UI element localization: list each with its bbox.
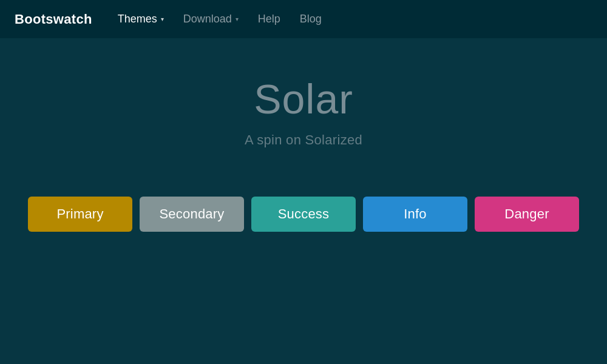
nav-item-themes[interactable]: Themes ▾ xyxy=(109,8,172,30)
btn-primary[interactable]: Primary xyxy=(28,197,132,232)
nav-items: Themes ▾ Download ▾ Help Blog xyxy=(109,8,330,30)
btn-success[interactable]: Success xyxy=(251,197,356,232)
hero-title: Solar xyxy=(254,75,353,123)
navbar-brand[interactable]: Bootswatch xyxy=(15,12,92,27)
hero-subtitle: A spin on Solarized xyxy=(245,132,362,148)
nav-item-themes-label: Themes xyxy=(118,13,157,25)
navbar: Bootswatch Themes ▾ Download ▾ Help Blog xyxy=(0,0,607,39)
hero-section: Solar A spin on Solarized xyxy=(0,39,607,172)
themes-caret-icon: ▾ xyxy=(161,16,164,22)
btn-danger[interactable]: Danger xyxy=(475,197,579,232)
btn-info[interactable]: Info xyxy=(363,197,467,232)
nav-item-help-label: Help xyxy=(258,13,280,25)
nav-item-download[interactable]: Download ▾ xyxy=(175,8,247,30)
nav-item-help[interactable]: Help xyxy=(249,8,289,30)
buttons-section: Primary Secondary Success Info Danger xyxy=(0,172,607,244)
nav-item-blog-label: Blog xyxy=(300,13,322,25)
btn-secondary[interactable]: Secondary xyxy=(140,197,244,232)
nav-item-blog[interactable]: Blog xyxy=(291,8,330,30)
nav-item-download-label: Download xyxy=(183,13,232,25)
download-caret-icon: ▾ xyxy=(236,16,239,22)
